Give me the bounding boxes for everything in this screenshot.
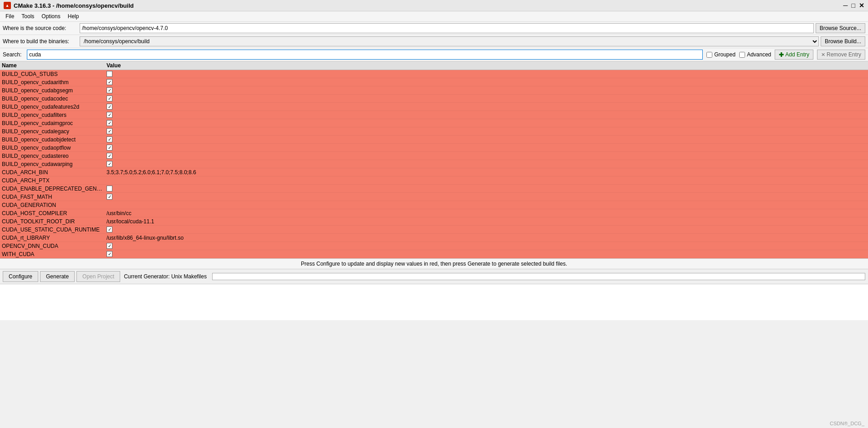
row-name-15: CUDA_FAST_MATH <box>0 193 105 201</box>
advanced-label[interactable]: Advanced <box>747 51 771 58</box>
menu-help[interactable]: Help <box>64 12 83 20</box>
row-value-22[interactable] <box>105 251 868 257</box>
build-path-select[interactable]: /home/consys/opencv/build <box>80 36 819 46</box>
build-row: Where to build the binaries: /home/consy… <box>0 35 868 48</box>
row-value-15[interactable] <box>105 193 868 200</box>
row-checkbox-5[interactable] <box>107 112 112 118</box>
row-value-4[interactable] <box>105 103 868 110</box>
table-row: BUILD_CUDA_STUBS <box>0 70 868 78</box>
menu-tools[interactable]: Tools <box>18 12 38 20</box>
row-value-16 <box>105 205 868 206</box>
bottom-bar: Configure Generate Open Project Current … <box>0 269 868 284</box>
cmake-icon: ▲ <box>4 2 11 9</box>
table-row: BUILD_opencv_cudalegacy <box>0 127 868 136</box>
row-checkbox-21[interactable] <box>107 243 112 249</box>
row-checkbox-15[interactable] <box>107 194 112 200</box>
row-checkbox-3[interactable] <box>107 96 112 101</box>
table-row: BUILD_opencv_cudaimgproc <box>0 119 868 127</box>
row-value-2[interactable] <box>105 87 868 94</box>
row-checkbox-4[interactable] <box>107 104 112 110</box>
table-header: Name Value <box>0 61 868 70</box>
table-row: CUDA_ENABLE_DEPRECATED_GENERATION <box>0 185 868 193</box>
add-entry-button[interactable]: ✚ Add Entry <box>775 50 813 60</box>
table-row: CUDA_HOST_COMPILER/usr/bin/cc <box>0 209 868 217</box>
menu-options[interactable]: Options <box>38 12 64 20</box>
row-value-3[interactable] <box>105 95 868 102</box>
progress-bar <box>212 273 865 280</box>
grouped-label[interactable]: Grouped <box>714 51 736 58</box>
maximize-button[interactable]: □ <box>852 2 855 9</box>
close-button[interactable]: ✕ <box>859 2 864 9</box>
row-name-7: BUILD_opencv_cudalegacy <box>0 128 105 135</box>
row-name-8: BUILD_opencv_cudaobjdetect <box>0 136 105 143</box>
row-checkbox-8[interactable] <box>107 136 112 142</box>
row-name-11: BUILD_opencv_cudawarping <box>0 161 105 168</box>
row-value-11[interactable] <box>105 161 868 167</box>
source-input[interactable] <box>80 23 814 33</box>
remove-entry-button[interactable]: ✕ Remove Entry <box>817 50 865 60</box>
row-value-21[interactable] <box>105 242 868 249</box>
table-row: BUILD_opencv_cudastereo <box>0 152 868 160</box>
row-name-14: CUDA_ENABLE_DEPRECATED_GENERATION <box>0 185 105 192</box>
table-row: CUDA_rt_LIBRARY/usr/lib/x86_64-linux-gnu… <box>0 234 868 242</box>
row-value-6[interactable] <box>105 120 868 126</box>
row-checkbox-2[interactable] <box>107 87 112 93</box>
generate-button[interactable]: Generate <box>40 271 75 282</box>
table-container[interactable]: BUILD_CUDA_STUBSBUILD_opencv_cudaarithmB… <box>0 70 868 258</box>
table-row: BUILD_opencv_cudafilters <box>0 111 868 119</box>
row-name-19: CUDA_USE_STATIC_CUDA_RUNTIME <box>0 226 105 233</box>
col-name-header: Name <box>2 62 107 69</box>
row-checkbox-9[interactable] <box>107 145 112 151</box>
row-name-17: CUDA_HOST_COMPILER <box>0 210 105 217</box>
log-area <box>0 284 868 320</box>
row-value-9[interactable] <box>105 144 868 151</box>
row-value-18: /usr/local/cuda-11.1 <box>105 218 868 225</box>
row-checkbox-19[interactable] <box>107 227 112 232</box>
row-checkbox-10[interactable] <box>107 153 112 159</box>
open-project-button[interactable]: Open Project <box>76 271 120 282</box>
row-name-18: CUDA_TOOLKIT_ROOT_DIR <box>0 218 105 225</box>
menu-file[interactable]: File <box>2 12 18 20</box>
row-name-22: WITH_CUDA <box>0 251 105 258</box>
row-value-7[interactable] <box>105 128 868 135</box>
configure-button[interactable]: Configure <box>3 271 38 282</box>
table-row: CUDA_ARCH_PTX <box>0 176 868 185</box>
window-title: CMake 3.16.3 - /home/consys/opencv/build <box>14 2 134 9</box>
minimize-button[interactable]: ─ <box>843 2 848 9</box>
row-value-0[interactable] <box>105 70 868 77</box>
col-value-header: Value <box>107 62 866 69</box>
table-row: BUILD_opencv_cudawarping <box>0 160 868 168</box>
row-checkbox-0[interactable] <box>107 71 112 77</box>
table-row: CUDA_USE_STATIC_CUDA_RUNTIME <box>0 226 868 234</box>
row-value-10[interactable] <box>105 152 868 159</box>
row-checkbox-7[interactable] <box>107 128 112 134</box>
table-row: BUILD_opencv_cudaarithm <box>0 78 868 86</box>
row-name-4: BUILD_opencv_cudafeatures2d <box>0 103 105 111</box>
row-value-1[interactable] <box>105 79 868 86</box>
grouped-checkbox-group: Grouped <box>706 51 736 58</box>
row-value-13 <box>105 180 868 181</box>
row-value-12: 3.5;3.7;5.0;5.2;6.0;6.1;7.0;7.5;8.0;8.6 <box>105 169 868 176</box>
browse-build-button[interactable]: Browse Build... <box>821 36 865 46</box>
row-name-12: CUDA_ARCH_BIN <box>0 169 105 176</box>
row-checkbox-6[interactable] <box>107 120 112 126</box>
table-row: BUILD_opencv_cudabgsegm <box>0 86 868 95</box>
menubar: File Tools Options Help <box>0 11 868 22</box>
plus-icon: ✚ <box>779 51 784 58</box>
row-checkbox-14[interactable] <box>107 186 112 191</box>
row-name-5: BUILD_opencv_cudafilters <box>0 111 105 119</box>
title-bar: ▲ CMake 3.16.3 - /home/consys/opencv/bui… <box>0 0 868 11</box>
search-input[interactable] <box>27 50 703 60</box>
row-value-8[interactable] <box>105 136 868 143</box>
table-row: CUDA_TOOLKIT_ROOT_DIR/usr/local/cuda-11.… <box>0 217 868 226</box>
row-value-14[interactable] <box>105 185 868 192</box>
grouped-checkbox[interactable] <box>706 52 712 58</box>
row-value-19[interactable] <box>105 226 868 233</box>
row-checkbox-1[interactable] <box>107 79 112 85</box>
row-name-16: CUDA_GENERATION <box>0 201 105 209</box>
row-value-5[interactable] <box>105 111 868 118</box>
row-checkbox-11[interactable] <box>107 161 112 167</box>
row-checkbox-22[interactable] <box>107 251 112 257</box>
browse-source-button[interactable]: Browse Source... <box>816 23 865 33</box>
advanced-checkbox[interactable] <box>739 52 745 58</box>
